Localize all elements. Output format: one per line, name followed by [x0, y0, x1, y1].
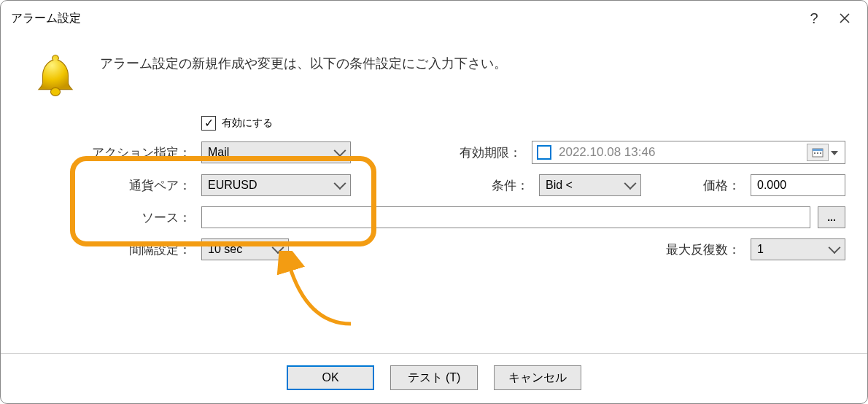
svg-rect-5 [817, 152, 818, 154]
calendar-icon [812, 147, 824, 158]
bell-icon [30, 50, 81, 101]
close-button[interactable] [832, 8, 857, 28]
condition-label: 条件： [452, 177, 532, 194]
svg-rect-6 [820, 152, 821, 154]
svg-rect-4 [814, 152, 815, 154]
interval-select[interactable]: 10 sec [201, 238, 289, 260]
interval-label: 間隔設定： [81, 241, 194, 258]
titlebar: アラーム設定 ? [1, 1, 867, 36]
max-iterations-label: 最大反復数： [648, 241, 743, 258]
condition-select[interactable]: Bid < [539, 174, 641, 196]
close-icon [839, 12, 850, 24]
intro-text: アラーム設定の新規作成や変更は、以下の条件設定にご入力下さい。 [100, 50, 507, 72]
source-input[interactable] [201, 206, 810, 228]
dialog-title: アラーム設定 [11, 11, 796, 26]
help-button[interactable]: ? [802, 8, 826, 28]
price-input[interactable]: 0.000 [751, 174, 845, 196]
form-area: ✓ 有効にする アクション指定： Mail 有効期限： 2022.10.08 1… [81, 116, 845, 260]
cancel-button[interactable]: キャンセル [494, 365, 581, 390]
button-bar: OK テスト (T) キャンセル [1, 353, 867, 403]
expiration-input[interactable]: 2022.10.08 13:46 [532, 141, 845, 164]
action-select[interactable]: Mail [201, 141, 351, 163]
svg-rect-3 [813, 149, 823, 151]
expiration-value: 2022.10.08 13:46 [559, 145, 799, 160]
alarm-settings-dialog: アラーム設定 ? アラーム設 [0, 0, 868, 404]
checkbox-icon: ✓ [201, 116, 216, 131]
enable-checkbox[interactable]: ✓ 有効にする [201, 116, 273, 131]
action-label: アクション指定： [81, 144, 194, 161]
source-label: ソース： [81, 209, 194, 226]
pair-select[interactable]: EURUSD [201, 174, 351, 196]
price-label: 価格： [692, 177, 743, 194]
test-button[interactable]: テスト (T) [390, 365, 478, 390]
enable-label: 有効にする [222, 117, 273, 130]
expiration-label: 有効期限： [444, 144, 524, 161]
expiration-enable-checkbox[interactable] [537, 145, 551, 160]
calendar-button[interactable] [807, 144, 829, 161]
dialog-body: アラーム設定の新規作成や変更は、以下の条件設定にご入力下さい。 ✓ 有効にする … [1, 36, 867, 353]
max-iterations-select[interactable]: 1 [751, 238, 845, 260]
arrow-annotation [227, 251, 358, 331]
browse-button[interactable]: ... [818, 206, 845, 228]
pair-label: 通貨ペア： [81, 177, 194, 194]
ok-button[interactable]: OK [287, 365, 374, 390]
svg-point-0 [50, 88, 60, 96]
